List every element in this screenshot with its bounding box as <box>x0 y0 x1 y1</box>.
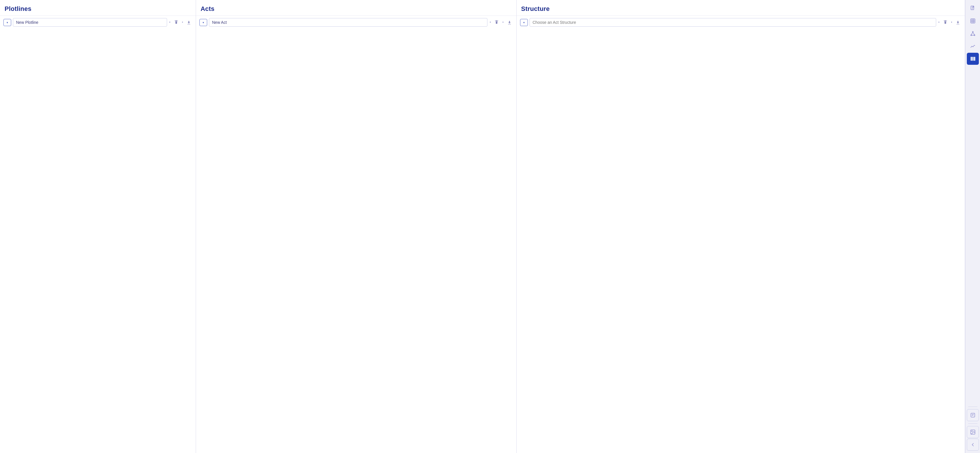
sidebar-columns-btn[interactable] <box>967 53 979 65</box>
svg-rect-1 <box>970 19 975 23</box>
chart-icon <box>970 43 976 49</box>
structure-dropdown-btn[interactable]: ▾ <box>520 19 528 26</box>
svg-line-10 <box>973 32 975 35</box>
collapse-icon <box>970 442 976 448</box>
structure-header: Structure <box>517 0 965 16</box>
columns-icon <box>970 56 976 62</box>
plotlines-toolbar: ▾ • • <box>0 16 196 29</box>
sidebar-network-btn[interactable] <box>967 27 979 40</box>
plotlines-sep1: • <box>169 20 170 24</box>
plotlines-download-btn[interactable] <box>185 19 192 26</box>
sidebar-chart-btn[interactable] <box>967 40 979 52</box>
structure-chevron-icon: ▾ <box>523 21 525 24</box>
acts-chevron-icon: ▾ <box>203 21 204 24</box>
acts-column: Acts ▾ • • <box>196 0 517 453</box>
acts-header: Acts <box>196 0 516 16</box>
acts-toolbar: ▾ • • <box>196 16 516 29</box>
trash-icon <box>174 20 178 25</box>
structure-download-btn[interactable] <box>955 19 961 26</box>
plotlines-column: Plotlines ▾ • • <box>0 0 196 453</box>
acts-delete-btn[interactable] <box>493 19 500 26</box>
sidebar-divider <box>968 407 977 407</box>
trash-icon <box>943 20 948 25</box>
plotlines-sep2: • <box>182 20 183 24</box>
sidebar-divider2 <box>968 423 977 424</box>
plotlines-header: Plotlines <box>0 0 196 16</box>
svg-point-6 <box>972 32 973 32</box>
right-sidebar <box>965 0 980 453</box>
structure-column: Structure ▾ • • <box>517 0 966 453</box>
network-icon <box>970 31 976 37</box>
acts-download-btn[interactable] <box>506 19 513 26</box>
notes-icon <box>970 412 976 418</box>
acts-sep2: • <box>502 20 503 24</box>
main-content: Plotlines ▾ • • Acts ▾ <box>0 0 980 453</box>
download-icon <box>186 20 191 25</box>
image-icon <box>970 429 976 435</box>
sidebar-document-btn[interactable] <box>967 2 979 14</box>
svg-line-9 <box>971 32 973 35</box>
sidebar-collapse-btn[interactable] <box>967 439 979 451</box>
structure-toolbar: ▾ • • <box>517 16 965 29</box>
svg-rect-15 <box>971 413 975 417</box>
acts-dropdown-btn[interactable]: ▾ <box>199 19 207 26</box>
svg-rect-14 <box>974 57 975 61</box>
plotlines-name-input[interactable] <box>13 18 167 27</box>
structure-body <box>517 29 965 453</box>
svg-rect-12 <box>970 57 972 61</box>
svg-rect-13 <box>972 57 974 61</box>
acts-name-input[interactable] <box>209 18 487 27</box>
sidebar-image-btn[interactable] <box>967 426 979 438</box>
structure-sep1: • <box>939 20 940 24</box>
document-icon <box>970 5 976 11</box>
svg-point-19 <box>971 431 972 432</box>
structure-sep2: • <box>951 20 952 24</box>
sidebar-grid-btn[interactable] <box>967 15 979 27</box>
sidebar-notes-btn[interactable] <box>967 409 979 421</box>
grid-icon <box>970 18 976 24</box>
structure-name-input[interactable] <box>530 18 936 27</box>
plotlines-chevron-icon: ▾ <box>6 21 8 24</box>
download-icon <box>956 20 960 25</box>
plotlines-dropdown-btn[interactable]: ▾ <box>3 19 11 26</box>
acts-body <box>196 29 516 453</box>
structure-delete-btn[interactable] <box>942 19 949 26</box>
plotlines-body <box>0 29 196 453</box>
download-icon <box>507 20 512 25</box>
acts-sep1: • <box>490 20 491 24</box>
trash-icon <box>494 20 499 25</box>
plotlines-delete-btn[interactable] <box>173 19 180 26</box>
